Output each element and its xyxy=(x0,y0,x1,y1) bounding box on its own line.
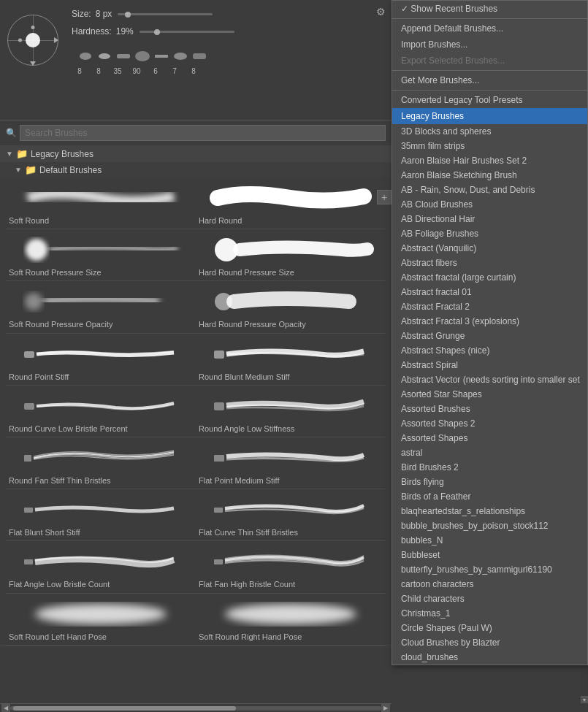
brush-cell-round-angle[interactable]: Round Angle Low Stiffness xyxy=(196,386,386,437)
svg-point-9 xyxy=(25,293,42,310)
brush-icon-6[interactable] xyxy=(172,50,188,63)
brush-cell-soft-round[interactable]: Soft Round xyxy=(6,177,196,229)
brush-cell-flat-curve[interactable]: Flat Curve Thin Stiff Bristles xyxy=(196,489,386,541)
menu-item-converted-legacy[interactable]: Converted Legacy Tool Presets xyxy=(392,92,587,108)
brush-cell-round-blunt[interactable]: Round Blunt Medium Stiff xyxy=(196,334,386,386)
brush-preview-flat-curve xyxy=(199,494,383,527)
brush-library-item-6[interactable]: AB Directional Hair xyxy=(392,212,587,226)
brush-cell-round-fan[interactable]: Round Fan Stiff Thin Bristles xyxy=(6,437,196,489)
brush-library-item-29[interactable]: Bubbleset xyxy=(392,548,587,562)
brush-library-item-4[interactable]: AB - Rain, Snow, Dust, and Debris xyxy=(392,183,587,197)
search-icon: 🔍 xyxy=(6,128,17,138)
brush-library-item-27[interactable]: bubble_brushes_by_poison_stock112 xyxy=(392,518,587,533)
brush-library-item-22[interactable]: astral xyxy=(392,445,587,460)
brush-library-item-25[interactable]: Birds of a Feather xyxy=(392,489,587,504)
bottom-scrollbar-thumb xyxy=(13,706,236,711)
brush-name-hard-round: Hard Round xyxy=(199,216,383,226)
brush-icon-2[interactable] xyxy=(96,50,112,63)
tree-subgroup-default[interactable]: ▼ 📁 Default Brushes xyxy=(0,162,392,177)
brush-cell-round-curve[interactable]: Round Curve Low Bristle Percent xyxy=(6,386,196,437)
brush-library-item-24[interactable]: Birds flying xyxy=(392,475,587,489)
brush-library-item-26[interactable]: blaqheartedstar_s_relationships xyxy=(392,504,587,518)
menu-item-get-more[interactable]: Get More Brushes... xyxy=(392,72,587,88)
brush-cell-flat-fan[interactable]: Flat Fan High Bristle Count xyxy=(196,541,386,593)
brush-library-item-34[interactable]: Circle Shapes (Paul W) xyxy=(392,621,587,635)
brush-cell-hard-pressure-size[interactable]: Hard Round Pressure Size xyxy=(196,229,386,281)
brush-library-item-31[interactable]: cartoon characters xyxy=(392,577,587,592)
menu-item-show-recent[interactable]: Show Recent Brushes xyxy=(392,1,587,17)
brush-library-item-23[interactable]: Bird Brushes 2 xyxy=(392,460,587,475)
brush-library-item-35[interactable]: Cloud Brushes by Blazter xyxy=(392,635,587,650)
brush-icon-5[interactable] xyxy=(153,50,169,63)
brush-icon-4[interactable] xyxy=(134,50,150,63)
brush-cell-hard-round[interactable]: Hard Round xyxy=(196,177,386,229)
brush-cell-soft-round-left[interactable]: Soft Round Left Hand Pose xyxy=(6,594,196,646)
bottom-scrollbar-track[interactable] xyxy=(10,706,381,711)
brush-library-item-17[interactable]: Abstract Vector (needs sorting into smal… xyxy=(392,372,587,387)
scroll-right-button[interactable]: ▶ xyxy=(381,704,390,713)
brush-library-item-2[interactable]: Aaron Blaise Hair Brushes Set 2 xyxy=(392,153,587,168)
menu-item-append-default[interactable]: Append Default Brushes... xyxy=(392,20,587,37)
hardness-slider[interactable] xyxy=(140,31,234,33)
brush-library-item-11[interactable]: Abstract fractal 01 xyxy=(392,285,587,299)
tree-group-legacy: ▼ 📁 Legacy Brushes ▼ 📁 Default Brushes xyxy=(0,145,392,646)
brush-preview-round-point xyxy=(9,338,193,371)
brush-preview-soft-round-right xyxy=(199,598,383,631)
brush-cell-soft-opacity[interactable]: Soft Round Pressure Opacity xyxy=(6,281,196,333)
size-slider-thumb xyxy=(125,12,131,18)
brush-cell-flat-blunt[interactable]: Flat Blunt Short Stiff xyxy=(6,489,196,541)
menu-item-import[interactable]: Import Brushes... xyxy=(392,37,587,53)
brush-cell-soft-round-right[interactable]: Soft Round Right Hand Pose xyxy=(196,594,386,646)
svg-rect-13 xyxy=(24,403,34,410)
brush-cell-round-point[interactable]: Round Point Stiff xyxy=(6,334,196,386)
brush-library-item-10[interactable]: Abstract fractal (large curtain) xyxy=(392,270,587,285)
search-input[interactable] xyxy=(20,125,386,141)
brush-library-item-8[interactable]: Abstract (Vanquilic) xyxy=(392,241,587,256)
scroll-left-button[interactable]: ◀ xyxy=(1,704,10,713)
brush-library-item-28[interactable]: bubbles_N xyxy=(392,533,587,548)
brush-library-item-33[interactable]: Christmas_1 xyxy=(392,606,587,621)
brush-library-item-36[interactable]: cloud_brushes xyxy=(392,650,587,665)
brush-cell-soft-pressure-size[interactable]: Soft Round Pressure Size xyxy=(6,229,196,281)
size-slider[interactable] xyxy=(118,13,213,15)
brush-library-item-18[interactable]: Asorted Star Shapes xyxy=(392,387,587,402)
brush-icon-3[interactable] xyxy=(115,50,131,63)
brush-cell-hard-opacity[interactable]: Hard Round Pressure Opacity xyxy=(196,281,386,333)
brush-library-item-14[interactable]: Abstract Grunge xyxy=(392,329,587,343)
brush-library-item-15[interactable]: Abstract Shapes (nice) xyxy=(392,343,587,358)
svg-rect-20 xyxy=(214,559,223,564)
brush-icon-1[interactable] xyxy=(77,50,93,63)
brush-library-item-20[interactable]: Assorted Shapes 2 xyxy=(392,416,587,431)
brush-cell-flat-angle[interactable]: Flat Angle Low Bristle Count xyxy=(6,541,196,593)
brush-library-item-13[interactable]: Abstract Fractal 3 (explosions) xyxy=(392,314,587,329)
brush-cell-flat-point[interactable]: Flat Point Medium Stiff xyxy=(196,437,386,489)
dot-left xyxy=(18,39,22,42)
svg-rect-12 xyxy=(214,351,224,359)
brush-library-item-21[interactable]: Assorted Shapes xyxy=(392,431,587,445)
brush-library-item-0[interactable]: 3D Blocks and spheres xyxy=(392,124,587,139)
brush-library-item-19[interactable]: Assorted Brushes xyxy=(392,402,587,416)
svg-rect-18 xyxy=(214,508,223,513)
tree-group-header-legacy[interactable]: ▼ 📁 Legacy Brushes xyxy=(0,145,392,162)
brush-name-soft-round: Soft Round xyxy=(9,216,193,226)
brush-library-item-3[interactable]: Aaron Blaise Sketching Brush xyxy=(392,168,587,183)
brush-library-item-5[interactable]: AB Cloud Brushes xyxy=(392,197,587,212)
brush-library-item-30[interactable]: butterfly_brushes_by_sammigurl61190 xyxy=(392,562,587,577)
brush-library-item-32[interactable]: Child characters xyxy=(392,592,587,606)
brush-preview-flat-blunt xyxy=(9,494,193,527)
brush-library-item-12[interactable]: Abstract Fractal 2 xyxy=(392,299,587,314)
menu-item-legacy-brushes[interactable]: Legacy Brushes xyxy=(392,108,587,124)
brush-name-flat-fan: Flat Fan High Bristle Count xyxy=(199,580,383,589)
brush-library-item-9[interactable]: Abstract fibers xyxy=(392,256,587,270)
brush-library-item-1[interactable]: 35mm film strips xyxy=(392,139,587,153)
brush-library-item-16[interactable]: Abstract Spiral xyxy=(392,358,587,372)
hardness-slider-thumb xyxy=(154,29,160,35)
menu-separator-3 xyxy=(392,90,587,91)
settings-gear-icon[interactable]: ⚙ xyxy=(376,6,386,18)
scroll-down-button[interactable]: ▼ xyxy=(581,696,588,703)
add-brush-button[interactable]: + xyxy=(377,190,392,204)
brush-icon-7[interactable] xyxy=(191,50,207,63)
tree-subgroup-label: Default Brushes xyxy=(39,165,102,175)
brush-library-item-7[interactable]: AB Foliage Brushes xyxy=(392,226,587,241)
brush-preview-flat-fan xyxy=(199,546,383,578)
